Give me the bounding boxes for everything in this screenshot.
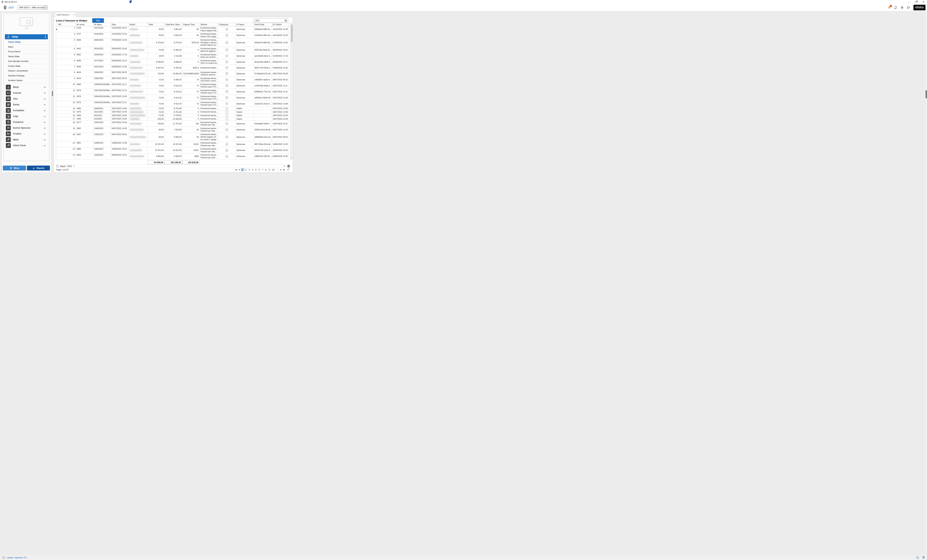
column-header-totali[interactable]: Totali xyxy=(147,23,164,26)
sidebar-section-inventar[interactable]: Inventar xyxy=(5,90,48,96)
table-row[interactable]: 746432021/202202/08/2022 11:588 402,408 … xyxy=(56,65,290,71)
refresh-icon[interactable] xyxy=(287,168,290,171)
column-header-fiskalizuar[interactable]: Fiskalizuar xyxy=(218,23,236,26)
tab-close-icon[interactable]: ✕ xyxy=(73,14,74,16)
page-number-5[interactable]: 5 xyxy=(254,168,258,171)
page-number-10[interactable]: 10 xyxy=(271,168,276,171)
fiskalizuar-checkbox[interactable]: ✓ xyxy=(226,49,228,51)
scroll-down-icon[interactable]: ▼ xyxy=(291,157,293,159)
column-header-dt-krijimit[interactable]: Dt. Krijimit xyxy=(272,23,289,26)
sidebar-item-kembim-valutor[interactable]: Kembim Valutor xyxy=(5,78,48,83)
sidebar-item-sasi-gjendje-inventari[interactable]: Sasi Gjendje Inventari xyxy=(5,59,48,64)
sidebar-item-porosi-klienti[interactable]: Porosi Klienti xyxy=(5,49,48,54)
page-number-6[interactable]: 6 xyxy=(258,168,261,171)
table-row[interactable]: 550622440/202201/09/2022 17:1918,002 113… xyxy=(56,53,290,59)
column-header-klienti[interactable]: Klienti xyxy=(129,23,147,26)
table-row[interactable]: 164456941/202119/07/2022 10:59-72,00-8 7… xyxy=(56,114,290,117)
shto-button[interactable]: Shto xyxy=(92,18,104,23)
fiskalizuar-checkbox[interactable]: ✓ xyxy=(226,149,228,152)
sidebar-item-oferte-shitje[interactable]: Oferte Shitje xyxy=(5,54,48,59)
fiskalizuar-checkbox[interactable] xyxy=(226,118,228,120)
search-input[interactable] xyxy=(254,20,284,22)
sidebar-section-banka[interactable]: Banka xyxy=(5,102,48,108)
search-clear-icon[interactable]: ✕ xyxy=(284,20,287,22)
column-header-e-fatura[interactable]: E-Fatura xyxy=(236,23,254,26)
table-row[interactable]: 1245761954/2022/fz938u...23/07/2022 11:0… xyxy=(56,95,290,101)
first-page-button[interactable] xyxy=(235,169,237,171)
page-number-9[interactable]: 9 xyxy=(268,168,271,171)
fiskalizuar-checkbox[interactable]: ✓ xyxy=(226,61,228,63)
sidebar-item-klient[interactable]: Klient xyxy=(5,45,48,50)
page-number-3[interactable]: 3 xyxy=(248,168,251,171)
sidebar-section-arka[interactable]: Arka xyxy=(5,96,48,102)
fiskalizuar-checkbox[interactable]: ✓ xyxy=(226,85,228,87)
page-number-1[interactable]: 1 xyxy=(241,168,244,171)
sidebar-item-sherbim-parkingu[interactable]: Sherbim Parkingu xyxy=(5,73,48,78)
table-row[interactable]: 1345751953/2022/fz938u...23/07/2022 11:0… xyxy=(56,101,290,107)
table-row[interactable]: 1841771555/202213/07/2022 10:44100,0011 … xyxy=(56,121,290,127)
column-header-pagesa-total[interactable]: Pagesa Total xyxy=(182,23,200,26)
clear-filter-icon[interactable]: ✕ xyxy=(287,165,290,167)
fiskalizuar-checkbox[interactable]: ✓ xyxy=(226,55,228,57)
fiskalizuar-checkbox[interactable]: ✓ xyxy=(226,155,228,158)
reports-button[interactable]: Reports xyxy=(27,165,50,170)
sidebar-section-kontabilitet[interactable]: Kontabilitet xyxy=(5,108,48,113)
scroll-up-icon[interactable]: ▲ xyxy=(291,23,293,25)
fiskalizuar-checkbox[interactable] xyxy=(226,114,228,117)
table-row[interactable]: 1145791957/2022/fz938u...23/07/2022 11:1… xyxy=(56,89,290,95)
page-number-2[interactable]: 2 xyxy=(244,168,248,171)
table-row[interactable]: 1444822008/202119/07/2022 14:50-72,00-8 … xyxy=(56,107,290,111)
fiskalizuar-checkbox[interactable]: ✓ xyxy=(226,136,228,138)
page-number-4[interactable]: 4 xyxy=(251,168,254,171)
table-scrollbar-thumb[interactable] xyxy=(291,26,293,42)
table-row[interactable]: 846161994/202228/07/2022 09:25120,0013 9… xyxy=(56,71,290,77)
sidebar-item-faturim-i-shumefishte[interactable]: Faturim i shumefishte xyxy=(5,68,48,73)
fiskalizuar-checkbox[interactable]: ✓ xyxy=(226,143,228,146)
table-row[interactable]: 2336501028/202209/06/2022 15:219 900,009… xyxy=(56,153,290,159)
table-row[interactable]: 157293107/202214/10/2022 15:2750,005 841… xyxy=(56,26,290,32)
table-row[interactable]: 1544762011/202119/07/2022 12:56-72,00-8 … xyxy=(56,110,290,114)
fiskalizuar-checkbox[interactable]: ✓ xyxy=(226,34,228,36)
filter-expression[interactable]: [tags] = '2021' xyxy=(60,165,72,167)
fiskalizuar-checkbox[interactable]: ✓ xyxy=(226,91,228,93)
table-row[interactable]: 1939621340/202204/07/2022 14:2660,007 02… xyxy=(56,127,290,133)
column-header-nr[interactable]: NR xyxy=(58,23,76,26)
menu-button[interactable]: Menu xyxy=(3,165,26,170)
column-header-nr-serise[interactable]: Nr serise xyxy=(76,23,93,26)
fiskalizuar-checkbox[interactable] xyxy=(226,111,228,113)
next-page-button[interactable] xyxy=(280,169,282,171)
fiskalizuar-checkbox[interactable]: ✓ xyxy=(226,123,228,125)
last-page-button[interactable] xyxy=(283,169,285,171)
table-row[interactable]: 454412819/202226/09/2022 10:00-72,00-8 4… xyxy=(56,47,290,53)
sidebar-section-mjete[interactable]: Mjete xyxy=(5,137,48,143)
company-selector[interactable]: 2RM 2020 2 - 2RM Lab shpk... ∨ xyxy=(18,6,47,10)
table-row[interactable]: 174455915/202119/07/2022 10:28-120,00-14… xyxy=(56,117,290,121)
column-header-totali-mon-baze[interactable]: Totali Mon. Baze xyxy=(164,23,182,26)
table-row[interactable]: 1045801958/2022/fz938u...23/07/2022 11:1… xyxy=(56,83,290,89)
fiskalizuar-checkbox[interactable]: ✓ xyxy=(226,97,228,99)
fiskalizuar-checkbox[interactable]: ✓ xyxy=(226,42,228,44)
sidebar-section-burime-njerezore[interactable]: Burime Njerezore xyxy=(5,125,48,131)
column-header-kodi-fiskal[interactable]: Kodi Fiskal xyxy=(254,23,272,26)
filter-checkbox[interactable]: ✓ xyxy=(56,165,59,167)
sidebar-section-fiskalizimi[interactable]: Fiskalizimi xyxy=(5,119,48,125)
sidebar-section-shitje[interactable]: Shitje xyxy=(5,34,48,39)
table-row[interactable]: 257273105/202214/10/2022 15:2350,005 841… xyxy=(56,32,290,38)
table-row[interactable]: 2136911069/202213/06/2022 11:5812 021,00… xyxy=(56,141,290,147)
tab-lista-faturave[interactable]: Lista Faturave te S ✕ xyxy=(55,12,76,17)
fiskalizuar-checkbox[interactable]: ✓ xyxy=(226,129,228,131)
column-header-data[interactable]: Data xyxy=(111,23,129,26)
sidebar-section-blerje[interactable]: Blerje xyxy=(5,84,48,90)
sidebar-section-admin-panel[interactable]: Admin Panel xyxy=(5,143,48,148)
sidebar-item-fature-shitje[interactable]: Fature Shitje xyxy=(5,40,48,45)
sidebar-item-cmime-shitje[interactable]: Cmime Shitje xyxy=(5,64,48,69)
fiskalizuar-checkbox[interactable]: ✓ xyxy=(226,103,228,105)
table-row[interactable]: 946141992/202228/07/2022 09:1972,008 395… xyxy=(56,77,290,83)
table-row[interactable]: 354582836/202227/09/2022 11:068 375,048 … xyxy=(56,38,290,47)
prev-page-button[interactable] xyxy=(238,169,240,171)
table-row[interactable]: 646992077/202203/08/2022 12:138 598,008 … xyxy=(56,59,290,65)
column-header-nr-fature[interactable]: Nr fature xyxy=(93,23,111,26)
sidebar-section-prodhim[interactable]: Prodhim xyxy=(5,131,48,137)
table-row[interactable]: 2236851063/202213/06/2022 10:0112 021,00… xyxy=(56,147,290,153)
column-header-shenim[interactable]: Shenim xyxy=(200,23,218,26)
